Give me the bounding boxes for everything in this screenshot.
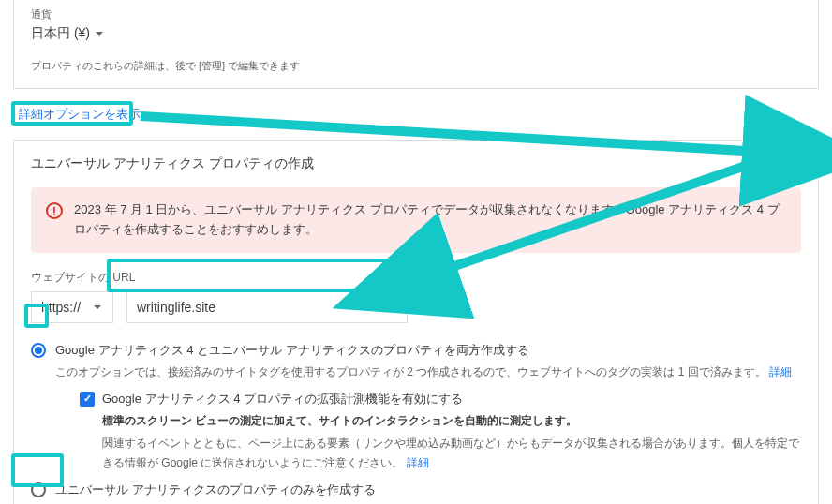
chevron-down-icon <box>94 305 101 309</box>
url-field-label: ウェブサイトの URL <box>31 270 801 286</box>
radio-selected-icon <box>31 343 46 358</box>
warning-text: 2023 年 7 月 1 日から、ユニバーサル アナリティクス プロパティでデー… <box>74 200 786 240</box>
protocol-value: https:// <box>41 300 81 315</box>
enhanced-sub1: 標準のスクリーン ビューの測定に加えて、サイトのインタラクションを自動的に測定し… <box>102 411 801 430</box>
currency-select[interactable]: 日本円 (¥) <box>31 25 801 42</box>
enhanced-label: Google アナリティクス 4 プロパティの拡張計測機能を有効にする <box>102 391 801 408</box>
ua-panel-title: ユニバーサル アナリティクス プロパティの作成 <box>31 156 314 172</box>
enhanced-sub2: 関連するイベントとともに、ページ上にある要素（リンクや埋め込み動画など）からもデ… <box>102 437 799 468</box>
option-ua-only-row[interactable]: ユニバーサル アナリティクスのプロパティのみを作成する <box>31 482 801 498</box>
warning-icon: ! <box>46 202 63 219</box>
radio-unselected-icon <box>31 482 46 497</box>
currency-panel: 通貨 日本円 (¥) プロパティのこれらの詳細は、後で [管理] で編集できます <box>13 0 819 89</box>
option-both-row[interactable]: Google アナリティクス 4 とユニバーサル アナリティクスのプロパティを両… <box>31 342 801 473</box>
currency-value: 日本円 (¥) <box>31 25 90 42</box>
enhanced-measurement-row[interactable]: ✓ Google アナリティクス 4 プロパティの拡張計測機能を有効にする 標準… <box>80 391 801 472</box>
option-both-sub: このオプションでは、接続済みのサイトタグを使用するプロパティが 2 つ作成される… <box>55 365 766 378</box>
toggle-knob: ✓ <box>784 155 803 173</box>
option-both-details-link[interactable]: 詳細 <box>769 365 792 378</box>
protocol-select[interactable]: https:// <box>31 291 113 323</box>
website-url-input[interactable] <box>126 291 408 323</box>
option-both-label: Google アナリティクス 4 とユニバーサル アナリティクスのプロパティを両… <box>55 342 801 359</box>
enhanced-details-link[interactable]: 詳細 <box>407 456 429 469</box>
chevron-down-icon <box>96 32 103 36</box>
advanced-options-link[interactable]: 詳細オプションを表示 <box>13 102 146 126</box>
ua-panel-header: ユニバーサル アナリティクス プロパティの作成 ✓ <box>14 141 818 187</box>
checkbox-checked-icon: ✓ <box>80 392 95 407</box>
currency-footnote: プロパティのこれらの詳細は、後で [管理] で編集できます <box>31 59 801 73</box>
option-ua-only-label: ユニバーサル アナリティクスのプロパティのみを作成する <box>55 482 376 498</box>
check-icon: ✓ <box>789 157 798 170</box>
ua-panel: ユニバーサル アナリティクス プロパティの作成 ✓ ! 2023 年 7 月 1… <box>13 140 819 504</box>
ua-deprecation-warning: ! 2023 年 7 月 1 日から、ユニバーサル アナリティクス プロパティで… <box>31 187 801 253</box>
currency-label: 通貨 <box>31 7 801 22</box>
ua-toggle[interactable]: ✓ <box>767 156 801 171</box>
